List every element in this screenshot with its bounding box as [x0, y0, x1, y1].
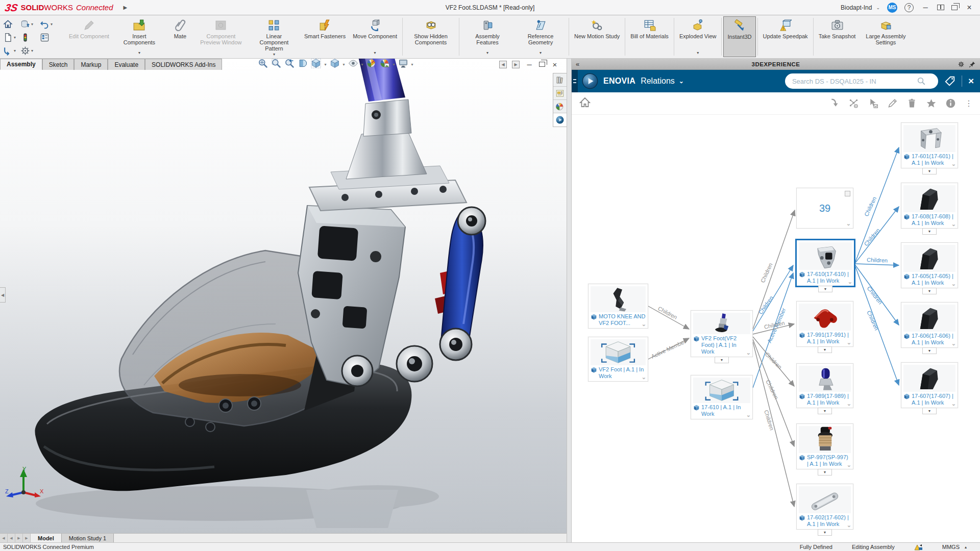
chevron-down-icon[interactable]: ⌄	[847, 400, 851, 407]
previous-view-icon[interactable]	[284, 58, 295, 70]
info-icon[interactable]	[945, 98, 956, 109]
expand-relations-button[interactable]: ▼	[818, 469, 832, 475]
tab-solidworks-add-ins[interactable]: SOLIDWORKS Add-Ins	[145, 59, 222, 70]
graphics-viewport[interactable]: ◀ Y Z X	[0, 59, 567, 533]
chevron-down-icon[interactable]: ⌄	[951, 161, 956, 167]
chevron-down-icon[interactable]: ⌄	[951, 400, 956, 407]
custom-properties-tab[interactable]	[553, 87, 567, 100]
relation-node-sp-997[interactable]: SP-997(SP-997) | A.1 | In Work⌄ ▼	[796, 423, 853, 469]
chevron-down-icon[interactable]: ⌄	[848, 279, 852, 285]
app-drag-strip[interactable]	[572, 70, 578, 92]
tab-model[interactable]: Model	[31, 534, 62, 542]
expand-relations-button[interactable]: ▼	[715, 357, 729, 363]
delete-trash-icon[interactable]	[906, 98, 917, 109]
chevron-down-icon[interactable]: ⌄	[642, 321, 646, 328]
move-component-button[interactable]: Move Component ▾	[349, 16, 401, 57]
help-icon[interactable]: ?	[904, 3, 914, 12]
view-orientation-icon[interactable]	[311, 58, 321, 70]
expand-relations-button[interactable]: ▼	[818, 529, 832, 536]
linear-component-pattern-button[interactable]: Linear Component Pattern ▾	[248, 16, 301, 57]
3dexperience-tab[interactable]	[553, 113, 567, 127]
split-view-button[interactable]	[937, 5, 944, 10]
assembly-features-button[interactable]: Assembly Features ▾	[461, 16, 514, 57]
relation-node-vf2-foot[interactable]: VF2 Foot(VF2 Foot) | A.1 | In Work⌄ ▼	[691, 310, 753, 357]
avatar[interactable]: MS	[887, 3, 897, 13]
units-selector[interactable]: MMGS▴	[942, 544, 967, 550]
tab-scroll-first[interactable]: ◀	[0, 534, 8, 542]
new-document-button[interactable]: ▾	[3, 33, 20, 42]
exploded-view-button[interactable]: Exploded View ▾	[676, 16, 720, 57]
relation-node-17-610-rep[interactable]: 17-610 | A.1 | In Work⌄	[691, 375, 753, 419]
relation-node-vf2-foot-rep[interactable]: VF2 Foot | A.1 | In Work⌄	[588, 337, 648, 382]
chevron-down-icon[interactable]: ⌄	[951, 340, 956, 347]
edit-pencil-icon[interactable]	[887, 98, 898, 109]
chevron-down-icon[interactable]: ⌄	[847, 522, 851, 529]
relation-node-17-607[interactable]: 17-607(17-607) | A.1 | In Work⌄ ▼	[901, 362, 958, 408]
tab-scroll-prev[interactable]: ◀	[8, 534, 15, 542]
appearances-scenes-tab[interactable]	[553, 100, 567, 113]
chevron-down-icon[interactable]: ⌄	[746, 412, 751, 418]
expand-relations-button[interactable]: ▼	[922, 228, 937, 235]
reference-geometry-button[interactable]: Reference Geometry ▾	[514, 16, 567, 57]
search-icon[interactable]	[917, 77, 926, 86]
relation-node-17-991[interactable]: 17-991(17-991) | A.1 | In Work⌄ ▼	[796, 301, 853, 347]
zoom-to-fit-icon[interactable]	[258, 58, 268, 70]
3dexperience-compass-icon[interactable]	[582, 73, 598, 89]
push-arrow-button[interactable]: ▾	[3, 46, 20, 56]
relation-node-17-989[interactable]: 17-989(17-989) | A.1 | In Work⌄ ▼	[796, 363, 853, 408]
bill-of-materials-button[interactable]: Bill of Materials	[627, 16, 672, 57]
tab-evaluate[interactable]: Evaluate	[108, 59, 145, 70]
expand-relations-button[interactable]: ▼	[922, 288, 937, 294]
relation-node-17-602[interactable]: 17-602(17-602) | A.1 | In Work⌄ ▼	[796, 484, 853, 530]
home-icon[interactable]	[579, 96, 591, 111]
chevron-down-icon[interactable]: ⌄	[951, 281, 956, 287]
doc-restore-button[interactable]	[539, 62, 545, 67]
chevron-down-icon[interactable]: ⌄	[846, 220, 851, 227]
tag-icon[interactable]	[944, 76, 955, 87]
expand-relations-button[interactable]: ▼	[818, 408, 832, 414]
restore-button[interactable]	[951, 5, 958, 10]
chevron-down-icon[interactable]: ⌄	[847, 339, 851, 346]
zoom-to-area-icon[interactable]	[271, 58, 281, 70]
doc-close-button[interactable]: ×	[550, 60, 559, 69]
relation-node-17-601[interactable]: 17-601(17-601) | A.1 | In Work⌄ ▼	[901, 122, 958, 168]
chevron-down-icon[interactable]: ⌄	[746, 349, 751, 356]
smart-fasteners-button[interactable]: Smart Fasteners	[301, 16, 349, 57]
doc-next-button[interactable]: ▶	[512, 61, 520, 68]
tab-markup[interactable]: Markup	[74, 59, 108, 70]
panel-close-icon[interactable]: ×	[968, 76, 974, 87]
minimize-button[interactable]: ─	[921, 4, 930, 11]
save-to-3dexperience-button[interactable]: ▾	[20, 19, 40, 29]
expand-relations-button[interactable]: ▼	[922, 347, 937, 354]
expand-relations-button[interactable]: ▼	[818, 346, 832, 353]
close-button[interactable]: ×	[965, 3, 974, 12]
expand-relations-button[interactable]: ▼	[922, 408, 937, 414]
impact-analysis-icon[interactable]	[848, 98, 859, 109]
display-style-icon[interactable]	[330, 58, 340, 70]
chevron-down-icon[interactable]: ⌄	[642, 374, 646, 381]
apply-scene-icon[interactable]	[380, 58, 390, 70]
select-checkbox[interactable]	[845, 191, 850, 196]
relations-graph-canvas[interactable]: Children Active Member Children Children…	[572, 115, 980, 542]
options-list-button[interactable]	[40, 33, 59, 42]
panel-settings-gear-icon[interactable]	[958, 61, 965, 68]
panel-collapse-button[interactable]: «	[572, 60, 583, 68]
tenant-selector[interactable]: Biodapt-Ind⌄	[841, 4, 880, 11]
panel-pin-icon[interactable]	[969, 61, 976, 68]
insert-components-button[interactable]: Insert Components ▾	[113, 16, 166, 57]
design-library-tab[interactable]	[553, 73, 567, 87]
relation-node-17-606[interactable]: 17-606(17-606) | A.1 | In Work⌄ ▼	[901, 302, 958, 348]
feature-manager-collapse-tab[interactable]: ◀	[0, 287, 6, 303]
show-hidden-components-button[interactable]: Show Hidden Components	[404, 16, 457, 57]
tab-scroll-next[interactable]: ▶	[15, 534, 23, 542]
select-mode-icon[interactable]	[868, 98, 878, 109]
view-chevron-icon[interactable]: ⌄	[679, 78, 684, 85]
tab-sketch[interactable]: Sketch	[42, 59, 75, 70]
favorite-star-icon[interactable]	[926, 98, 937, 109]
edit-component-button[interactable]: Edit Component	[65, 16, 113, 57]
lifecycle-status-button[interactable]	[20, 33, 40, 42]
settings-gear-button[interactable]: ▾	[20, 46, 40, 56]
edit-appearance-icon[interactable]	[366, 58, 377, 70]
hide-show-items-icon[interactable]	[348, 58, 358, 70]
update-speedpak-button[interactable]: ! Update Speedpak	[760, 16, 812, 57]
